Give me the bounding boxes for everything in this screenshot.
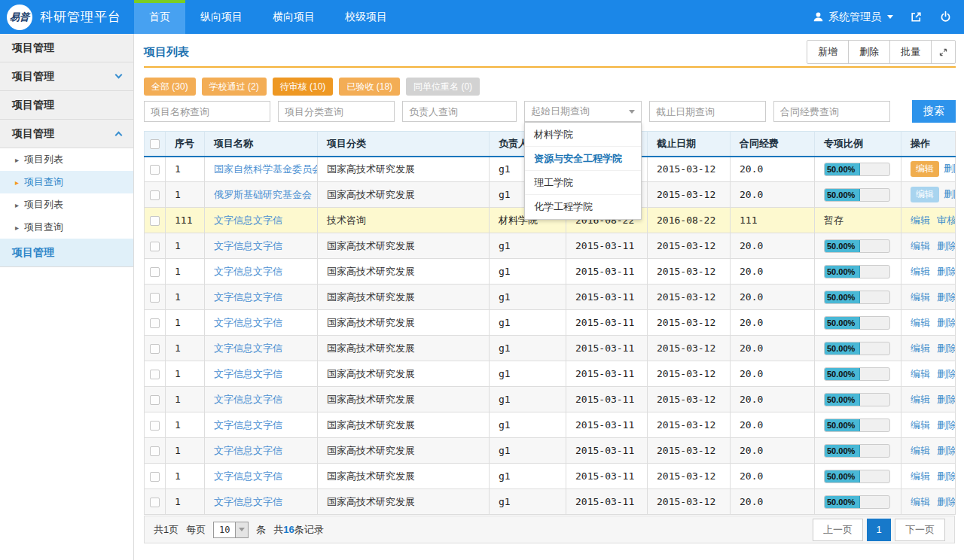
project-name-link[interactable]: 文字信息文字信	[214, 445, 282, 456]
next-page-button[interactable]: 下一页	[895, 519, 945, 541]
row-action-0[interactable]: 编辑	[911, 394, 930, 405]
sidebar-item-5[interactable]: ▸项目查询	[0, 171, 133, 193]
sidebar-item-1[interactable]: 项目管理	[0, 62, 133, 91]
row-checkbox[interactable]	[150, 446, 160, 456]
row-action-1[interactable]: 删除	[937, 496, 956, 507]
row-checkbox[interactable]	[150, 370, 160, 379]
row-action-0[interactable]: 编辑	[911, 266, 930, 277]
row-action-1[interactable]: 删除	[944, 163, 956, 174]
per-page-select[interactable]: 10	[213, 522, 249, 538]
row-checkbox[interactable]	[150, 267, 160, 277]
row-action-1[interactable]: 删除	[937, 317, 956, 328]
row-checkbox[interactable]	[150, 395, 160, 405]
row-action-0[interactable]: 编辑	[911, 187, 939, 202]
row-checkbox[interactable]	[150, 293, 160, 303]
project-name-link[interactable]: 文字信息文字信	[214, 496, 282, 507]
filter-chip-3[interactable]: 已验收 (18)	[339, 78, 400, 96]
row-action-0[interactable]: 编辑	[911, 419, 930, 431]
row-action-1[interactable]: 删除	[944, 188, 956, 199]
row-action-1[interactable]: 删除	[937, 342, 956, 354]
row-action-1[interactable]: 删除	[937, 291, 956, 303]
row-action-0[interactable]: 编辑	[911, 368, 930, 379]
end-date-search-input[interactable]	[649, 101, 766, 122]
row-checkbox[interactable]	[150, 242, 160, 251]
project-name-link[interactable]: 文字信息文字信	[214, 215, 282, 226]
filter-chip-1[interactable]: 学校通过 (2)	[202, 78, 267, 96]
nav-tab-3[interactable]: 校级项目	[330, 0, 402, 34]
sidebar-item-7[interactable]: ▸项目查询	[0, 216, 133, 239]
row-checkbox[interactable]	[150, 216, 160, 226]
sidebar-item-6[interactable]: ▸项目列表	[0, 193, 133, 216]
owner-search-input[interactable]	[402, 101, 517, 122]
sidebar-item-0[interactable]: 项目管理	[0, 34, 133, 62]
sidebar-item-4[interactable]: ▸项目列表	[0, 148, 133, 171]
search-button[interactable]: 搜索	[912, 100, 956, 123]
row-action-1[interactable]: 删除	[937, 368, 956, 379]
row-action-1[interactable]: 审核	[937, 215, 956, 226]
row-action-1[interactable]: 删除	[937, 394, 956, 405]
project-name-link[interactable]: 文字信息文字信	[214, 394, 282, 405]
row-checkbox[interactable]	[150, 421, 160, 431]
dropdown-option-1[interactable]: 资源与安全工程学院	[525, 147, 641, 171]
row-action-0[interactable]: 编辑	[911, 496, 930, 507]
row-checkbox[interactable]	[150, 165, 160, 175]
row-action-1[interactable]: 删除	[937, 445, 956, 456]
row-action-0[interactable]: 编辑	[911, 215, 930, 226]
project-name-link[interactable]: 文字信息文字信	[214, 240, 282, 251]
project-category-search-input[interactable]	[278, 101, 395, 122]
row-action-1[interactable]: 删除	[937, 266, 956, 277]
row-action-1[interactable]: 删除	[937, 470, 956, 482]
power-button[interactable]	[939, 11, 952, 23]
dropdown-option-3[interactable]: 化学工程学院	[525, 195, 641, 219]
toolbar-button-1[interactable]: 删除	[849, 41, 890, 63]
project-name-link[interactable]: 文字信息文字信	[214, 342, 282, 354]
row-checkbox[interactable]	[150, 472, 160, 482]
row-action-0[interactable]: 编辑	[911, 240, 930, 251]
row-checkbox[interactable]	[150, 318, 160, 328]
user-menu[interactable]: 系统管理员	[813, 11, 893, 24]
expand-button[interactable]	[932, 41, 955, 63]
row-action-1[interactable]: 删除	[937, 240, 956, 251]
row-action-0[interactable]: 编辑	[911, 161, 939, 177]
project-name-link[interactable]: 文字信息文字信	[214, 470, 282, 482]
filter-chip-2[interactable]: 待审核 (10)	[273, 78, 334, 96]
project-name-link[interactable]: 文字信息文字信	[214, 291, 282, 303]
sidebar-item-3[interactable]: 项目管理	[0, 120, 133, 148]
project-name-link[interactable]: 文字信息文字信	[214, 266, 282, 277]
row-action-0[interactable]: 编辑	[911, 317, 930, 328]
row-action-0[interactable]: 编辑	[911, 445, 930, 456]
toolbar-button-2[interactable]: 批量	[890, 41, 932, 63]
contract-fund-search-input[interactable]	[773, 101, 890, 122]
sidebar-item-8[interactable]: 项目管理	[0, 239, 133, 267]
exit-fullscreen-button[interactable]	[910, 11, 923, 23]
sidebar-item-label: 项目列表	[24, 198, 63, 212]
project-name-link[interactable]: 国家自然科学基金委员会	[214, 163, 318, 175]
project-name-link[interactable]: 文字信息文字信	[214, 317, 282, 328]
sidebar-item-2[interactable]: 项目管理	[0, 91, 133, 120]
project-name-link[interactable]: 俄罗斯基础研究基金会	[214, 189, 312, 200]
project-name-search-input[interactable]	[144, 101, 270, 122]
start-date-select[interactable]: 起始日期查询 材料学院资源与安全工程学院理工学院化学工程学院	[524, 101, 642, 122]
cell-fund: 20.0	[731, 489, 815, 515]
project-name-link[interactable]: 文字信息文字信	[214, 368, 282, 379]
dropdown-option-0[interactable]: 材料学院	[525, 123, 641, 147]
project-name-link[interactable]: 文字信息文字信	[214, 419, 282, 431]
filter-chip-4[interactable]: 同单位重名 (0)	[406, 78, 480, 96]
prev-page-button[interactable]: 上一页	[813, 519, 863, 541]
nav-tab-1[interactable]: 纵向项目	[185, 0, 258, 34]
row-action-0[interactable]: 编辑	[911, 291, 930, 303]
row-checkbox[interactable]	[150, 344, 160, 354]
dropdown-option-2[interactable]: 理工学院	[525, 171, 641, 195]
cell-name: 文字信息文字信	[205, 259, 318, 285]
toolbar-button-0[interactable]: 新增	[807, 41, 849, 63]
row-checkbox[interactable]	[150, 498, 160, 507]
row-action-1[interactable]: 删除	[937, 419, 956, 431]
nav-tab-0[interactable]: 首页	[134, 0, 185, 34]
row-action-0[interactable]: 编辑	[911, 470, 930, 482]
select-all-checkbox[interactable]	[150, 139, 160, 149]
row-checkbox[interactable]	[150, 190, 160, 200]
nav-tab-2[interactable]: 横向项目	[258, 0, 330, 34]
current-page-button[interactable]: 1	[867, 519, 891, 541]
row-action-0[interactable]: 编辑	[911, 342, 930, 354]
filter-chip-0[interactable]: 全部 (30)	[144, 78, 196, 96]
